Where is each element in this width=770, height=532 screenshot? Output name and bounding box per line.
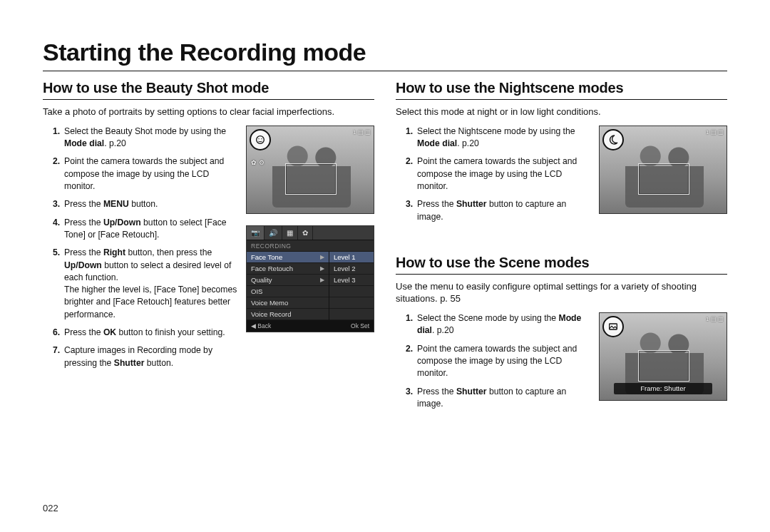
scene-steps: 1. Select the Scene mode by using the Mo… bbox=[396, 312, 592, 416]
menu-tabs: 📷 🔊 ▦ ✿ bbox=[247, 226, 374, 240]
step-text: Press the bbox=[64, 327, 103, 337]
step-1: 1. Select the Beauty Shot mode by using … bbox=[53, 126, 239, 150]
step-text: . p.20 bbox=[457, 138, 479, 148]
svg-point-2 bbox=[261, 138, 262, 139]
step-text: Point the camera towards the subject and… bbox=[417, 344, 577, 379]
step-text: button, then press the bbox=[125, 247, 212, 257]
step-num: 2. bbox=[406, 155, 413, 168]
scene-heading: How to use the Scene modes bbox=[396, 250, 727, 275]
bold: OK bbox=[103, 327, 116, 337]
step-3: 3. Press the Shutter button to capture a… bbox=[406, 198, 592, 223]
step-num: 2. bbox=[406, 343, 413, 355]
step-num: 3. bbox=[406, 386, 413, 398]
bold: Mode dial bbox=[417, 138, 457, 148]
step-num: 1. bbox=[53, 126, 60, 138]
svg-point-0 bbox=[257, 135, 265, 143]
step-text: button. bbox=[129, 199, 158, 209]
menu-rows: Face Tone▶ Face Retouch▶ Quality▶ OIS Vo… bbox=[247, 252, 374, 320]
step-text: Press the bbox=[64, 199, 103, 209]
step-text: Point the camera towards the subject and… bbox=[64, 156, 224, 191]
mode-ring-night-icon bbox=[602, 129, 624, 150]
scene-intro: Use the menu to easily configure optimal… bbox=[396, 280, 727, 305]
step-num: 1. bbox=[406, 312, 413, 324]
osd-top-right: 1 ▤ ▥ bbox=[706, 316, 724, 323]
menu-left-col: Face Tone▶ Face Retouch▶ Quality▶ OIS Vo… bbox=[247, 252, 329, 320]
af-frame-icon bbox=[638, 163, 689, 195]
step-num: 3. bbox=[53, 198, 60, 210]
chevron-right-icon: ▶ bbox=[320, 265, 324, 272]
step-text: Press the bbox=[64, 247, 103, 257]
beauty-shot-section: How to use the Beauty Shot mode Take a p… bbox=[43, 76, 374, 375]
step-text: . p.20 bbox=[432, 325, 454, 335]
svg-rect-3 bbox=[610, 324, 617, 329]
menu-row-ois: OIS bbox=[247, 286, 329, 297]
beauty-heading: How to use the Beauty Shot mode bbox=[43, 76, 374, 100]
menu-row-faceretouch: Face Retouch▶ bbox=[247, 263, 329, 275]
frame-caption: Frame: Shutter bbox=[614, 383, 712, 394]
night-heading: How to use the Nightscene modes bbox=[396, 76, 727, 100]
menu-footer: ◀ Back Ok Set bbox=[247, 320, 374, 332]
svg-point-1 bbox=[258, 138, 259, 139]
step-3: 3. Press the Shutter button to capture a… bbox=[406, 386, 592, 411]
menu-row-level3: Level 3 bbox=[329, 275, 374, 286]
step-4: 4. Press the Up/Down button to select [F… bbox=[53, 217, 239, 242]
step-text: Press the bbox=[417, 199, 456, 209]
menu-row-facetone: Face Tone▶ bbox=[247, 252, 329, 263]
page-number: 022 bbox=[43, 503, 58, 513]
scene-section: How to use the Scene modes Use the menu … bbox=[396, 250, 727, 416]
scene-lcd-preview: 1 ▤ ▥ Frame: Shutter bbox=[599, 312, 727, 401]
bold: Right bbox=[103, 247, 125, 257]
step-num: 5. bbox=[53, 247, 60, 259]
ok-hint: Ok Set bbox=[351, 322, 369, 329]
step-num: 4. bbox=[53, 217, 60, 229]
step-text: Select the Nightscene mode by using the bbox=[417, 126, 575, 136]
scene-body: 1. Select the Scene mode by using the Mo… bbox=[396, 312, 727, 416]
step-num: 2. bbox=[53, 155, 60, 168]
display-tab-icon: ▦ bbox=[282, 226, 298, 240]
scene-icon bbox=[607, 321, 619, 332]
face-icon bbox=[255, 134, 266, 145]
chevron-right-icon: ▶ bbox=[320, 254, 324, 260]
camera-tab-icon: 📷 bbox=[247, 226, 265, 240]
osd-top-right: 1 ▤ ▥ bbox=[706, 129, 724, 136]
menu-row-voicememo: Voice Memo bbox=[247, 297, 329, 309]
settings-tab-icon: ✿ bbox=[298, 226, 313, 240]
night-lcd-preview: 1 ▤ ▥ bbox=[599, 126, 727, 214]
chevron-right-icon: ▶ bbox=[320, 277, 324, 283]
bold: Shutter bbox=[456, 199, 487, 209]
beauty-menu-screenshot: 📷 🔊 ▦ ✿ RECORDING Face Tone▶ Face Retouc… bbox=[246, 225, 374, 332]
back-hint: ◀ Back bbox=[251, 322, 271, 329]
step-text: Press the bbox=[417, 387, 456, 397]
step-text: button to finish your setting. bbox=[116, 327, 225, 337]
page-title: Starting the Recording mode bbox=[43, 39, 727, 71]
sound-tab-icon: 🔊 bbox=[265, 226, 282, 240]
bold: Up/Down bbox=[64, 260, 102, 270]
nightscene-section: How to use the Nightscene modes Select t… bbox=[396, 76, 727, 229]
moon-icon bbox=[607, 134, 619, 145]
manual-page: Starting the Recording mode How to use t… bbox=[0, 0, 770, 532]
step-text: . p.20 bbox=[104, 138, 126, 148]
step-num: 3. bbox=[406, 198, 413, 210]
step-1: 1. Select the Nightscene mode by using t… bbox=[406, 126, 592, 150]
af-frame-icon bbox=[285, 163, 337, 195]
step-extra: The higher the level is, [Face Tone] bec… bbox=[64, 285, 237, 319]
menu-row-empty bbox=[329, 309, 374, 320]
step-text: button. bbox=[144, 358, 173, 368]
mode-ring-beauty-icon bbox=[250, 129, 271, 150]
step-num: 7. bbox=[53, 344, 60, 357]
step-7: 7. Capture images in Recording mode by p… bbox=[53, 344, 239, 369]
bold: Shutter bbox=[114, 358, 145, 368]
step-2: 2. Point the camera towards the subject … bbox=[406, 343, 592, 380]
left-column: How to use the Beauty Shot mode Take a p… bbox=[43, 76, 374, 431]
menu-row-voicerecord: Voice Record bbox=[247, 309, 329, 320]
step-text: Point the camera towards the subject and… bbox=[417, 156, 577, 191]
step-num: 6. bbox=[53, 327, 60, 339]
beauty-lcd-preview: 1 ▤ ▥ ✿ ⚙ bbox=[246, 126, 374, 214]
menu-heading: RECORDING bbox=[247, 240, 374, 252]
osd-left: ✿ ⚙ bbox=[251, 159, 265, 166]
scene-screenshot: 1 ▤ ▥ Frame: Shutter bbox=[599, 312, 727, 401]
menu-row-empty bbox=[329, 286, 374, 297]
menu-right-col: Level 1 Level 2 Level 3 bbox=[329, 252, 374, 320]
menu-row-level1: Level 1 bbox=[329, 252, 374, 263]
bold: Shutter bbox=[456, 387, 487, 397]
